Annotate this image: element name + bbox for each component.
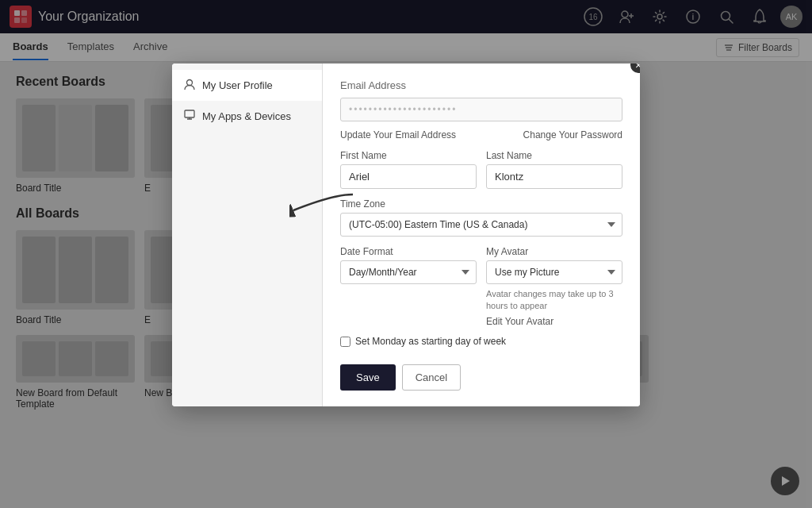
- last-name-label: Last Name: [486, 150, 622, 161]
- avatar-label: My Avatar: [486, 246, 622, 257]
- svg-point-17: [187, 80, 193, 86]
- monday-start-checkbox[interactable]: [340, 337, 350, 347]
- modal-main-content: Email Address Update Your Email Address …: [323, 64, 640, 406]
- sidebar-item-my-user-profile[interactable]: My User Profile: [172, 70, 322, 101]
- modal-overlay: × My User Profile: [0, 0, 812, 508]
- modal-footer: Save Cancel: [340, 364, 622, 391]
- avatar-note: Avatar changes may take up to 3 hours to…: [486, 288, 622, 313]
- date-avatar-row: Date Format Day/Month/Year Month/Day/Yea…: [340, 246, 622, 327]
- user-profile-icon: [183, 78, 196, 93]
- update-email-link[interactable]: Update Your Email Address: [340, 129, 456, 140]
- user-profile-modal: × My User Profile: [172, 64, 640, 406]
- sidebar-label-my-apps-devices: My Apps & Devices: [202, 110, 291, 122]
- sidebar-label-my-user-profile: My User Profile: [202, 79, 273, 91]
- svg-rect-18: [185, 110, 194, 117]
- modal-sidebar: My User Profile My Apps & Devices: [172, 64, 323, 406]
- date-format-col: Date Format Day/Month/Year Month/Day/Yea…: [340, 246, 477, 327]
- monday-start-row: Set Monday as starting day of week: [340, 335, 622, 348]
- date-format-select[interactable]: Day/Month/Year Month/Day/Year Year/Month…: [340, 260, 477, 284]
- avatar-select[interactable]: Use my Picture Initials None: [486, 260, 622, 284]
- avatar-col: My Avatar Use my Picture Initials None A…: [486, 246, 622, 327]
- timezone-row: Time Zone (UTC-05:00) Eastern Time (US &…: [340, 198, 622, 237]
- first-name-col: First Name: [340, 150, 477, 189]
- timezone-select[interactable]: (UTC-05:00) Eastern Time (US & Canada): [340, 213, 622, 237]
- email-actions-row: Update Your Email Address Change Your Pa…: [340, 129, 622, 140]
- save-button[interactable]: Save: [340, 364, 396, 391]
- timezone-label: Time Zone: [340, 198, 622, 210]
- email-section-label: Email Address: [340, 79, 622, 91]
- change-password-link[interactable]: Change Your Password: [523, 129, 622, 140]
- apps-devices-icon: [183, 109, 196, 124]
- edit-avatar-link[interactable]: Edit Your Avatar: [486, 316, 622, 327]
- monday-start-label: Set Monday as starting day of week: [355, 335, 506, 348]
- email-display-field[interactable]: [340, 98, 622, 121]
- date-format-label: Date Format: [340, 246, 477, 257]
- first-name-input[interactable]: [340, 164, 477, 189]
- sidebar-item-my-apps-devices[interactable]: My Apps & Devices: [172, 101, 322, 132]
- last-name-col: Last Name: [486, 150, 622, 189]
- cancel-button[interactable]: Cancel: [402, 364, 461, 391]
- last-name-input[interactable]: [486, 164, 622, 189]
- first-name-label: First Name: [340, 150, 477, 161]
- name-fields-row: First Name Last Name: [340, 150, 622, 189]
